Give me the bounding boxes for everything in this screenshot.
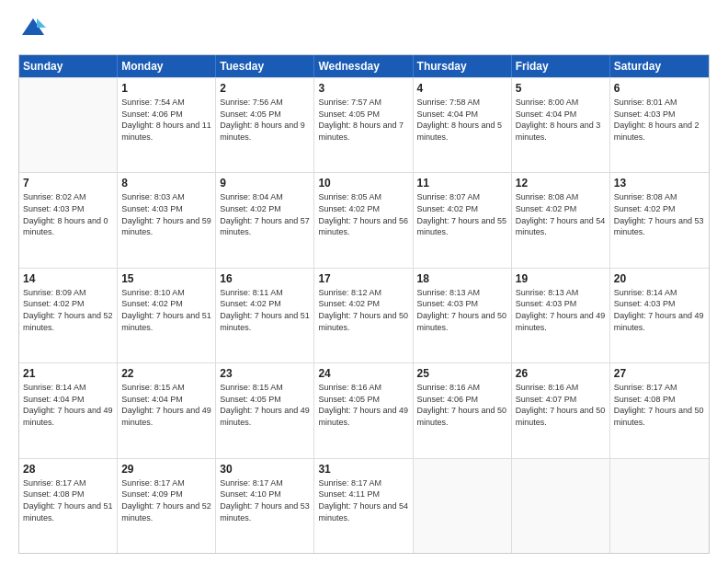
day-number: 11 [417,176,507,190]
calendar-cell: 10Sunrise: 8:05 AMSunset: 4:02 PMDayligh… [314,173,413,267]
day-number: 24 [318,366,408,381]
calendar-row-2: 14Sunrise: 8:09 AMSunset: 4:02 PMDayligh… [19,268,709,362]
day-number: 12 [516,176,606,190]
calendar-header-thursday: Thursday [414,55,512,77]
day-number: 4 [417,81,507,96]
day-number: 29 [121,462,211,477]
cell-info: Sunrise: 7:56 AMSunset: 4:05 PMDaylight:… [220,97,310,143]
calendar-cell: 4Sunrise: 7:58 AMSunset: 4:04 PMDaylight… [414,78,512,172]
day-number: 19 [516,271,606,286]
calendar-cell: 30Sunrise: 8:17 AMSunset: 4:10 PMDayligh… [216,459,314,553]
calendar-cell: 20Sunrise: 8:14 AMSunset: 4:03 PMDayligh… [610,269,709,362]
calendar-body: 1Sunrise: 7:54 AMSunset: 4:06 PMDaylight… [19,77,709,553]
cell-info: Sunrise: 8:16 AMSunset: 4:07 PMDaylight:… [516,382,606,428]
cell-info: Sunrise: 8:07 AMSunset: 4:02 PMDaylight:… [417,191,507,237]
page: SundayMondayTuesdayWednesdayThursdayFrid… [0,0,728,563]
calendar-cell: 6Sunrise: 8:01 AMSunset: 4:03 PMDaylight… [610,78,709,172]
calendar-cell: 3Sunrise: 7:57 AMSunset: 4:05 PMDaylight… [314,78,413,172]
calendar-header-friday: Friday [512,55,610,77]
day-number: 2 [220,81,310,96]
svg-marker-1 [37,18,46,28]
cell-info: Sunrise: 8:15 AMSunset: 4:05 PMDaylight:… [220,382,310,428]
calendar-cell: 5Sunrise: 8:00 AMSunset: 4:04 PMDaylight… [512,78,610,172]
cell-info: Sunrise: 7:58 AMSunset: 4:04 PMDaylight:… [417,97,507,143]
logo [18,15,46,45]
calendar-cell: 12Sunrise: 8:08 AMSunset: 4:02 PMDayligh… [512,173,610,267]
calendar-cell: 11Sunrise: 8:07 AMSunset: 4:02 PMDayligh… [414,173,512,267]
header [18,15,710,45]
day-number: 28 [23,462,113,477]
cell-info: Sunrise: 8:16 AMSunset: 4:06 PMDaylight:… [417,382,507,428]
cell-info: Sunrise: 8:17 AMSunset: 4:08 PMDaylight:… [614,382,705,428]
calendar-cell: 19Sunrise: 8:13 AMSunset: 4:03 PMDayligh… [512,269,610,362]
day-number: 22 [121,366,211,381]
cell-info: Sunrise: 8:04 AMSunset: 4:02 PMDaylight:… [220,191,310,237]
calendar-header-wednesday: Wednesday [314,55,413,77]
cell-info: Sunrise: 8:17 AMSunset: 4:08 PMDaylight:… [23,477,113,523]
calendar-cell: 27Sunrise: 8:17 AMSunset: 4:08 PMDayligh… [610,363,709,457]
calendar-cell: 2Sunrise: 7:56 AMSunset: 4:05 PMDaylight… [216,78,314,172]
calendar-cell [414,459,512,553]
cell-info: Sunrise: 8:10 AMSunset: 4:02 PMDaylight:… [121,287,211,333]
day-number: 20 [614,271,705,286]
cell-info: Sunrise: 8:14 AMSunset: 4:04 PMDaylight:… [23,382,113,428]
calendar-cell: 16Sunrise: 8:11 AMSunset: 4:02 PMDayligh… [216,269,314,362]
cell-info: Sunrise: 8:03 AMSunset: 4:03 PMDaylight:… [121,191,211,237]
cell-info: Sunrise: 8:17 AMSunset: 4:09 PMDaylight:… [121,477,211,523]
day-number: 21 [23,366,113,381]
day-number: 15 [121,271,211,286]
calendar-cell: 28Sunrise: 8:17 AMSunset: 4:08 PMDayligh… [19,459,118,553]
calendar-header-saturday: Saturday [610,55,709,77]
cell-info: Sunrise: 8:01 AMSunset: 4:03 PMDaylight:… [614,97,705,143]
calendar-row-4: 28Sunrise: 8:17 AMSunset: 4:08 PMDayligh… [19,458,709,553]
day-number: 14 [23,271,113,286]
day-number: 6 [614,81,705,96]
calendar-row-1: 7Sunrise: 8:02 AMSunset: 4:03 PMDaylight… [19,172,709,267]
day-number: 10 [318,176,408,190]
cell-info: Sunrise: 8:14 AMSunset: 4:03 PMDaylight:… [614,287,705,333]
calendar-cell: 1Sunrise: 7:54 AMSunset: 4:06 PMDaylight… [118,78,216,172]
day-number: 30 [220,462,310,477]
calendar-cell [610,459,709,553]
day-number: 17 [318,271,408,286]
day-number: 13 [614,176,705,190]
cell-info: Sunrise: 8:09 AMSunset: 4:02 PMDaylight:… [23,287,113,333]
day-number: 3 [318,81,408,96]
day-number: 7 [23,176,113,190]
calendar-cell: 25Sunrise: 8:16 AMSunset: 4:06 PMDayligh… [414,363,512,457]
cell-info: Sunrise: 8:08 AMSunset: 4:02 PMDaylight:… [614,191,705,237]
calendar-cell: 17Sunrise: 8:12 AMSunset: 4:02 PMDayligh… [314,269,413,362]
calendar-cell [19,78,118,172]
calendar-header-monday: Monday [118,55,216,77]
logo-icon [20,15,46,40]
day-number: 25 [417,366,507,381]
calendar-cell: 29Sunrise: 8:17 AMSunset: 4:09 PMDayligh… [118,459,216,553]
cell-info: Sunrise: 8:00 AMSunset: 4:04 PMDaylight:… [516,97,606,143]
calendar: SundayMondayTuesdayWednesdayThursdayFrid… [18,54,710,554]
day-number: 8 [121,176,211,190]
cell-info: Sunrise: 8:17 AMSunset: 4:11 PMDaylight:… [318,477,408,523]
cell-info: Sunrise: 8:12 AMSunset: 4:02 PMDaylight:… [318,287,408,333]
day-number: 26 [516,366,606,381]
cell-info: Sunrise: 8:05 AMSunset: 4:02 PMDaylight:… [318,191,408,237]
calendar-cell: 21Sunrise: 8:14 AMSunset: 4:04 PMDayligh… [19,363,118,457]
day-number: 18 [417,271,507,286]
calendar-row-0: 1Sunrise: 7:54 AMSunset: 4:06 PMDaylight… [19,77,709,172]
cell-info: Sunrise: 8:13 AMSunset: 4:03 PMDaylight:… [516,287,606,333]
calendar-cell: 9Sunrise: 8:04 AMSunset: 4:02 PMDaylight… [216,173,314,267]
cell-info: Sunrise: 8:11 AMSunset: 4:02 PMDaylight:… [220,287,310,333]
cell-info: Sunrise: 8:13 AMSunset: 4:03 PMDaylight:… [417,287,507,333]
calendar-row-3: 21Sunrise: 8:14 AMSunset: 4:04 PMDayligh… [19,362,709,457]
day-number: 23 [220,366,310,381]
calendar-cell: 31Sunrise: 8:17 AMSunset: 4:11 PMDayligh… [314,459,413,553]
calendar-cell: 24Sunrise: 8:16 AMSunset: 4:05 PMDayligh… [314,363,413,457]
cell-info: Sunrise: 8:08 AMSunset: 4:02 PMDaylight:… [516,191,606,237]
day-number: 31 [318,462,408,477]
day-number: 5 [516,81,606,96]
calendar-cell: 8Sunrise: 8:03 AMSunset: 4:03 PMDaylight… [118,173,216,267]
calendar-cell: 7Sunrise: 8:02 AMSunset: 4:03 PMDaylight… [19,173,118,267]
day-number: 9 [220,176,310,190]
day-number: 1 [121,81,211,96]
calendar-cell [512,459,610,553]
cell-info: Sunrise: 8:15 AMSunset: 4:04 PMDaylight:… [121,382,211,428]
